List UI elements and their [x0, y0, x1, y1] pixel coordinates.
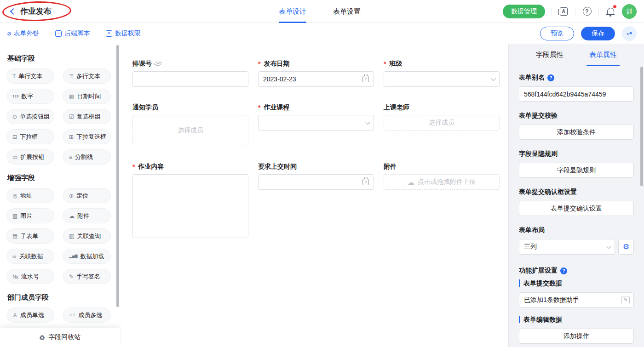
sidebar-field-radio-group[interactable]: ⊙单选按钮组 — [6, 109, 54, 124]
field-type-label: 分割线 — [75, 153, 93, 161]
sidebar-field-image[interactable]: ▧图片 — [6, 208, 54, 223]
field-recycle-bin[interactable]: ♻ 字段回收站 — [0, 328, 120, 347]
sidebar-field-divider-line[interactable]: ≡分割线 — [63, 149, 111, 165]
address-book-glyph: A — [560, 7, 568, 16]
required-asterisk: * — [258, 104, 260, 111]
user-avatar[interactable]: 训 — [622, 4, 637, 19]
member-picker[interactable]: 选择成员 — [384, 115, 500, 131]
serial-number-icon: № — [12, 274, 18, 279]
sidebar-field-member-single[interactable]: ♙成员单选 — [6, 307, 54, 323]
field-publish-date[interactable]: *发布日期 2023-02-23 7 — [258, 60, 374, 87]
share-icon: ↪ — [625, 28, 633, 39]
sidebar-field-attachment[interactable]: ☁附件 — [63, 208, 111, 223]
sidebar-field-number[interactable]: 123数字 — [6, 89, 54, 104]
edit-icon[interactable]: ✎ — [621, 296, 630, 304]
member-single-icon: ♙ — [12, 313, 17, 318]
back-button[interactable]: 作业发布 — [7, 6, 52, 17]
image-icon: ▧ — [12, 213, 17, 219]
data-permission-link[interactable]: ≡ 数据权限 — [106, 29, 141, 38]
submit-check-label: 表单提交校验 — [519, 112, 558, 120]
sidebar-field-dropdown-multi[interactable]: ⊞下拉复选框 — [63, 129, 111, 144]
field-type-label: 单选按钮组 — [20, 113, 50, 121]
submit-data-section-label: 表单提交数据 — [519, 279, 634, 287]
sidebar-field-multi-line-text[interactable]: ≣多行文本 — [63, 68, 111, 84]
field-notify-students[interactable]: 通知学员 选择成员 — [132, 103, 248, 146]
sidebar-field-serial-number[interactable]: №流水号 — [6, 269, 54, 284]
sidebar-field-linked-query[interactable]: ▥关联查询 — [63, 228, 111, 244]
multi-line-text-icon: ≣ — [69, 74, 74, 79]
field-due-time[interactable]: 要求上交时间 7 — [258, 163, 374, 190]
sidebar-field-dropdown[interactable]: ⊟下拉框 — [6, 129, 54, 144]
layout-select[interactable]: 三列 — [519, 239, 615, 255]
field-course-schedule-no[interactable]: 排课号 — [132, 60, 248, 87]
required-asterisk: * — [258, 60, 260, 68]
address-book-icon[interactable]: A — [558, 6, 569, 17]
text-input[interactable] — [132, 71, 248, 87]
sidebar-field-data-load[interactable]: ▂▅▇数据加载 — [63, 249, 111, 264]
add-operation-button[interactable]: 添加操作 — [519, 329, 634, 344]
member-picker[interactable]: 选择成员 — [132, 115, 248, 146]
field-class[interactable]: *班级 — [384, 60, 500, 87]
sidebar-field-location[interactable]: ⊕定位 — [63, 188, 111, 203]
divider — [552, 8, 552, 15]
field-label: 作业课程 — [264, 103, 289, 112]
chevron-down-icon — [606, 244, 611, 249]
layout-settings-button[interactable]: ⚙ — [618, 239, 634, 255]
date-input[interactable]: 7 — [258, 174, 374, 190]
sidebar-field-signature[interactable]: ✎手写签名 — [63, 269, 111, 284]
tab-form-design[interactable]: 表单设计 — [279, 0, 306, 23]
gear-icon: ⚙ — [623, 243, 629, 250]
sidebar-field-extend-button[interactable]: ▭扩展按钮 — [6, 149, 54, 165]
upload-placeholder: 点击或拖拽附件上传 — [418, 178, 476, 186]
course-select[interactable] — [258, 115, 374, 131]
data-manage-button[interactable]: 数据管理 — [503, 5, 545, 18]
tab-field-properties[interactable]: 字段属性 — [536, 44, 564, 66]
tab-form-settings[interactable]: 表单设置 — [333, 0, 361, 23]
submit-confirm-label: 表单提交确认框设置 — [519, 188, 577, 196]
field-attachment[interactable]: 附件 ☁ 点击或拖拽附件上传 — [384, 163, 500, 190]
save-button[interactable]: 保存 — [581, 27, 615, 40]
field-type-label: 关联查询 — [77, 232, 101, 240]
data-helper-value: 已添加1条数据助手 — [524, 296, 579, 304]
form-layout-label: 表单布局 — [519, 226, 545, 234]
backend-script-link[interactable]: ~ 后端脚本 — [55, 29, 90, 38]
content-textarea[interactable] — [132, 174, 248, 238]
form-canvas: 排课号 *发布日期 2023-02-23 7 — [122, 44, 508, 347]
field-homework-content[interactable]: *作业内容 — [132, 163, 248, 238]
divider-line-icon: ≡ — [69, 154, 72, 160]
main-body: 基础字段T单行文本≣多行文本123数字▦日期时间⊙单选按钮组☑复选框组⊟下拉框⊞… — [0, 44, 644, 347]
class-select[interactable] — [384, 71, 500, 87]
form-alias-input[interactable]: 568f144fcd642b9445a74459 — [519, 86, 634, 102]
sidebar-field-single-line-text[interactable]: T单行文本 — [6, 68, 54, 84]
radio-group-icon: ⊙ — [12, 114, 17, 119]
date-input[interactable]: 2023-02-23 7 — [258, 71, 374, 87]
sidebar-field-datetime[interactable]: ▦日期时间 — [63, 89, 111, 104]
field-homework-course[interactable]: *作业课程 — [258, 103, 374, 131]
field-label: 发布日期 — [264, 60, 289, 68]
data-helper-box[interactable]: 已添加1条数据助手 ✎ — [519, 292, 634, 307]
sidebar-field-checkbox-group[interactable]: ☑复选框组 — [63, 109, 111, 124]
notification-bell-icon[interactable] — [605, 6, 615, 17]
help-circle-icon[interactable]: ? — [560, 267, 567, 274]
help-circle-icon[interactable]: ? — [547, 74, 554, 81]
back-arrow-icon — [10, 8, 17, 14]
field-teacher[interactable]: 上课老师 选择成员 — [384, 103, 500, 131]
sidebar-field-subform[interactable]: ▤子表单 — [6, 228, 54, 244]
sidebar-field-member-multi[interactable]: ♙♙成员多选 — [63, 307, 111, 323]
help-icon[interactable]: ? — [582, 6, 592, 17]
visibility-rules-button[interactable]: 字段显隐规则 — [519, 163, 634, 178]
form-grid: 排课号 *发布日期 2023-02-23 7 — [132, 60, 508, 238]
add-check-condition-button[interactable]: 添加校验条件 — [519, 125, 634, 140]
sidebar-scrollbar[interactable] — [116, 45, 119, 307]
preview-button[interactable]: 预览 — [540, 27, 574, 40]
field-label: 要求上交时间 — [258, 163, 297, 171]
sidebar-field-linked-data[interactable]: ∞关联数据 — [6, 249, 54, 264]
panel-scrollbar[interactable] — [640, 67, 643, 186]
share-button[interactable]: ↪ — [622, 26, 637, 41]
sidebar-field-address[interactable]: ◎地址 — [6, 188, 54, 203]
submit-confirm-button[interactable]: 表单提交确认设置 — [519, 201, 634, 216]
form-external-link[interactable]: ⌀ 表单外链 — [7, 29, 40, 38]
tab-form-properties[interactable]: 表单属性 — [589, 44, 617, 66]
attachment-upload[interactable]: ☁ 点击或拖拽附件上传 — [384, 174, 500, 190]
required-asterisk: * — [132, 163, 135, 171]
